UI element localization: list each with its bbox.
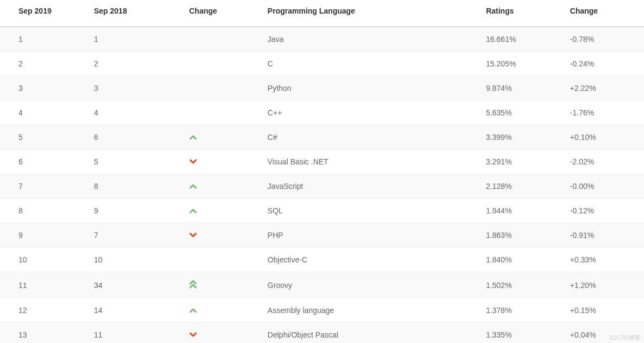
cell-change: -1.76% <box>566 101 644 125</box>
trend-up-icon <box>189 208 197 213</box>
table-row: 33Python9.874%+2.22% <box>0 76 644 101</box>
cell-trend <box>185 323 263 344</box>
cell-language: Java <box>263 27 482 52</box>
cell-trend <box>185 272 263 298</box>
cell-ratings: 5.635% <box>481 101 565 125</box>
cell-ratings: 16.661% <box>481 27 565 52</box>
cell-rank-2019: 5 <box>0 125 90 150</box>
header-ratings: Ratings <box>481 0 565 27</box>
table-row: 89SQL1.944%-0.12% <box>0 199 644 223</box>
cell-language: C++ <box>263 101 482 125</box>
table-row: 56C#3.399%+0.10% <box>0 125 644 150</box>
cell-trend <box>185 174 263 199</box>
cell-rank-2019: 13 <box>0 323 90 344</box>
cell-rank-2019: 4 <box>0 101 90 125</box>
table-row: 1010Objective-C1.840%+0.33% <box>0 248 644 272</box>
cell-change: +1.20% <box>566 272 644 298</box>
header-change-icon: Change <box>185 0 263 27</box>
cell-language: Objective-C <box>263 248 482 272</box>
trend-down-icon <box>189 232 197 238</box>
cell-rank-2018: 34 <box>90 272 185 298</box>
table-row: 1134Groovy1.502%+1.20% <box>0 272 644 298</box>
cell-ratings: 1.840% <box>481 248 565 272</box>
cell-rank-2019: 12 <box>0 298 90 323</box>
cell-change: +0.10% <box>566 125 644 150</box>
table-row: 65Visual Basic .NET3.291%-2.02% <box>0 150 644 174</box>
cell-change: -0.78% <box>566 27 644 52</box>
header-sep2019: Sep 2019 <box>0 0 90 27</box>
cell-rank-2018: 7 <box>90 223 185 248</box>
cell-ratings: 1.335% <box>481 323 565 344</box>
cell-change: -0.24% <box>566 52 644 76</box>
cell-language: Visual Basic .NET <box>263 150 482 174</box>
header-row: Sep 2019 Sep 2018 Change Programming Lan… <box>0 0 644 27</box>
cell-rank-2019: 11 <box>0 272 90 298</box>
cell-rank-2018: 4 <box>90 101 185 125</box>
cell-trend <box>185 248 263 272</box>
cell-language: Groovy <box>263 272 482 298</box>
cell-rank-2018: 6 <box>90 125 185 150</box>
cell-ratings: 2.128% <box>481 174 565 199</box>
cell-change: +0.04% <box>566 323 644 344</box>
cell-change: +0.15% <box>566 298 644 323</box>
cell-language: C# <box>263 125 482 150</box>
cell-rank-2019: 2 <box>0 52 90 76</box>
cell-change: -0.12% <box>566 199 644 223</box>
cell-rank-2018: 14 <box>90 298 185 323</box>
ranking-table: Sep 2019 Sep 2018 Change Programming Lan… <box>0 0 644 343</box>
cell-trend <box>185 199 263 223</box>
cell-rank-2019: 6 <box>0 150 90 174</box>
cell-ratings: 3.399% <box>481 125 565 150</box>
table-row: 97PHP1.863%-0.91% <box>0 223 644 248</box>
cell-rank-2018: 10 <box>90 248 185 272</box>
cell-rank-2018: 2 <box>90 52 185 76</box>
table-row: 1214Assembly language1.378%+0.15% <box>0 298 644 323</box>
cell-ratings: 3.291% <box>481 150 565 174</box>
table-row: 78JavaScript2.128%-0.00% <box>0 174 644 199</box>
trend-up-icon <box>189 134 197 140</box>
cell-change: +0.33% <box>566 248 644 272</box>
cell-rank-2018: 8 <box>90 174 185 199</box>
cell-rank-2019: 10 <box>0 248 90 272</box>
cell-ratings: 15.205% <box>481 52 565 76</box>
header-language: Programming Language <box>263 0 482 27</box>
cell-language: SQL <box>263 199 482 223</box>
header-sep2018: Sep 2018 <box>90 0 185 27</box>
cell-language: PHP <box>263 223 482 248</box>
cell-trend <box>185 52 263 76</box>
cell-change: -0.00% <box>566 174 644 199</box>
cell-ratings: 1.863% <box>481 223 565 248</box>
table-row: 22C15.205%-0.24% <box>0 52 644 76</box>
cell-rank-2018: 5 <box>90 150 185 174</box>
cell-ratings: 1.502% <box>481 272 565 298</box>
header-change: Change <box>566 0 644 27</box>
cell-rank-2019: 1 <box>0 27 90 52</box>
cell-language: C <box>263 52 482 76</box>
table-row: 44C++5.635%-1.76% <box>0 101 644 125</box>
trend-double-up-icon <box>189 280 197 289</box>
trend-down-icon <box>189 332 197 338</box>
cell-language: Assembly language <box>263 298 482 323</box>
trend-up-icon <box>189 308 197 313</box>
cell-trend <box>185 76 263 101</box>
cell-language: Delphi/Object Pascal <box>263 323 482 344</box>
cell-rank-2019: 3 <box>0 76 90 101</box>
cell-language: JavaScript <box>263 174 482 199</box>
cell-trend <box>185 150 263 174</box>
cell-rank-2018: 11 <box>90 323 185 344</box>
cell-trend <box>185 101 263 125</box>
cell-trend <box>185 125 263 150</box>
cell-rank-2019: 8 <box>0 199 90 223</box>
cell-language: Python <box>263 76 482 101</box>
cell-rank-2019: 9 <box>0 223 90 248</box>
cell-trend <box>185 223 263 248</box>
cell-ratings: 9.874% <box>481 76 565 101</box>
cell-rank-2018: 3 <box>90 76 185 101</box>
cell-trend <box>185 298 263 323</box>
cell-trend <box>185 27 263 52</box>
cell-ratings: 1.378% <box>481 298 565 323</box>
cell-ratings: 1.944% <box>481 199 565 223</box>
cell-rank-2019: 7 <box>0 174 90 199</box>
table-row: 11Java16.661%-0.78% <box>0 27 644 52</box>
trend-up-icon <box>189 183 197 189</box>
